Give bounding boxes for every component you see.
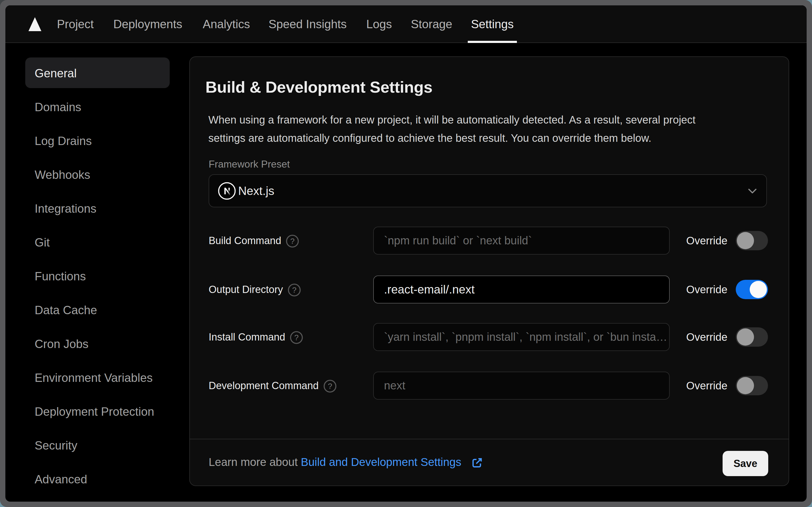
svg-text:?: ?	[290, 237, 295, 245]
svg-text:?: ?	[294, 333, 299, 342]
svg-text:?: ?	[328, 382, 332, 390]
svg-text:?: ?	[292, 286, 296, 294]
